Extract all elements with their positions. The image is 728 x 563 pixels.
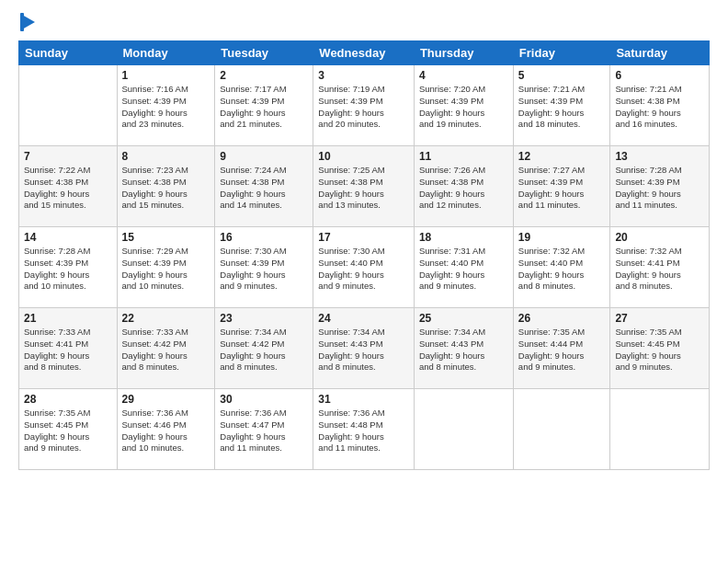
day-number: 23	[220, 312, 308, 325]
day-info: Sunrise: 7:22 AM Sunset: 4:38 PM Dayligh…	[24, 165, 112, 212]
calendar-cell: 30Sunrise: 7:36 AM Sunset: 4:47 PM Dayli…	[215, 389, 313, 470]
day-number: 28	[24, 393, 112, 406]
day-info: Sunrise: 7:33 AM Sunset: 4:41 PM Dayligh…	[24, 327, 112, 373]
calendar-cell: 17Sunrise: 7:30 AM Sunset: 4:40 PM Dayli…	[313, 227, 415, 308]
calendar-cell: 4Sunrise: 7:20 AM Sunset: 4:39 PM Daylig…	[414, 65, 513, 146]
calendar-week-row: 21Sunrise: 7:33 AM Sunset: 4:41 PM Dayli…	[19, 308, 710, 389]
day-info: Sunrise: 7:36 AM Sunset: 4:46 PM Dayligh…	[122, 408, 210, 454]
logo-text	[18, 17, 37, 31]
day-info: Sunrise: 7:33 AM Sunset: 4:42 PM Dayligh…	[122, 327, 210, 373]
day-info: Sunrise: 7:35 AM Sunset: 4:45 PM Dayligh…	[24, 408, 112, 454]
day-info: Sunrise: 7:27 AM Sunset: 4:39 PM Dayligh…	[518, 165, 606, 212]
day-number: 1	[122, 69, 210, 82]
day-info: Sunrise: 7:25 AM Sunset: 4:38 PM Dayligh…	[318, 165, 409, 212]
calendar-cell: 21Sunrise: 7:33 AM Sunset: 4:41 PM Dayli…	[19, 308, 118, 389]
calendar-cell: 24Sunrise: 7:34 AM Sunset: 4:43 PM Dayli…	[313, 308, 415, 389]
calendar-cell: 15Sunrise: 7:29 AM Sunset: 4:39 PM Dayli…	[117, 227, 215, 308]
calendar-header-cell: Wednesday	[313, 41, 415, 65]
calendar-cell: 26Sunrise: 7:35 AM Sunset: 4:44 PM Dayli…	[513, 308, 610, 389]
calendar-header-cell: Monday	[117, 41, 215, 65]
day-number: 4	[419, 69, 508, 82]
calendar-header-cell: Saturday	[610, 41, 710, 65]
calendar-cell: 12Sunrise: 7:27 AM Sunset: 4:39 PM Dayli…	[513, 146, 610, 227]
calendar-cell	[19, 65, 118, 146]
day-number: 8	[122, 150, 210, 163]
day-number: 9	[220, 150, 308, 163]
calendar-header-cell: Tuesday	[215, 41, 313, 65]
day-number: 25	[419, 312, 508, 325]
calendar-cell: 2Sunrise: 7:17 AM Sunset: 4:39 PM Daylig…	[215, 65, 313, 146]
day-number: 7	[24, 150, 112, 163]
calendar-week-row: 7Sunrise: 7:22 AM Sunset: 4:38 PM Daylig…	[19, 146, 710, 227]
calendar-cell: 31Sunrise: 7:36 AM Sunset: 4:48 PM Dayli…	[313, 389, 415, 470]
header	[18, 17, 710, 31]
day-info: Sunrise: 7:28 AM Sunset: 4:39 PM Dayligh…	[615, 165, 704, 212]
calendar-week-row: 1Sunrise: 7:16 AM Sunset: 4:39 PM Daylig…	[19, 65, 710, 146]
calendar-cell: 5Sunrise: 7:21 AM Sunset: 4:39 PM Daylig…	[513, 65, 610, 146]
logo	[18, 17, 37, 31]
calendar-cell: 9Sunrise: 7:24 AM Sunset: 4:38 PM Daylig…	[215, 146, 313, 227]
calendar-cell: 10Sunrise: 7:25 AM Sunset: 4:38 PM Dayli…	[313, 146, 415, 227]
day-number: 22	[122, 312, 210, 325]
day-number: 6	[615, 69, 704, 82]
calendar-cell	[414, 389, 513, 470]
day-info: Sunrise: 7:35 AM Sunset: 4:44 PM Dayligh…	[518, 327, 606, 373]
day-info: Sunrise: 7:34 AM Sunset: 4:43 PM Dayligh…	[318, 327, 409, 373]
day-info: Sunrise: 7:31 AM Sunset: 4:40 PM Dayligh…	[419, 246, 508, 293]
calendar-cell: 27Sunrise: 7:35 AM Sunset: 4:45 PM Dayli…	[610, 308, 710, 389]
calendar-cell: 28Sunrise: 7:35 AM Sunset: 4:45 PM Dayli…	[19, 389, 118, 470]
calendar-cell: 1Sunrise: 7:16 AM Sunset: 4:39 PM Daylig…	[117, 65, 215, 146]
calendar-cell: 13Sunrise: 7:28 AM Sunset: 4:39 PM Dayli…	[610, 146, 710, 227]
calendar-header-row: SundayMondayTuesdayWednesdayThursdayFrid…	[19, 41, 710, 65]
calendar-cell: 6Sunrise: 7:21 AM Sunset: 4:38 PM Daylig…	[610, 65, 710, 146]
calendar-cell: 29Sunrise: 7:36 AM Sunset: 4:46 PM Dayli…	[117, 389, 215, 470]
calendar-body: 1Sunrise: 7:16 AM Sunset: 4:39 PM Daylig…	[19, 65, 710, 470]
day-info: Sunrise: 7:29 AM Sunset: 4:39 PM Dayligh…	[122, 246, 210, 293]
day-info: Sunrise: 7:32 AM Sunset: 4:40 PM Dayligh…	[518, 246, 606, 293]
day-number: 20	[615, 231, 704, 244]
day-number: 2	[220, 69, 308, 82]
day-info: Sunrise: 7:19 AM Sunset: 4:39 PM Dayligh…	[318, 84, 409, 131]
calendar-cell: 20Sunrise: 7:32 AM Sunset: 4:41 PM Dayli…	[610, 227, 710, 308]
day-number: 24	[318, 312, 409, 325]
calendar-cell: 14Sunrise: 7:28 AM Sunset: 4:39 PM Dayli…	[19, 227, 118, 308]
calendar-cell	[610, 389, 710, 470]
day-info: Sunrise: 7:34 AM Sunset: 4:42 PM Dayligh…	[220, 327, 308, 373]
logo-icon	[20, 13, 37, 31]
day-info: Sunrise: 7:24 AM Sunset: 4:38 PM Dayligh…	[220, 165, 308, 212]
calendar: SundayMondayTuesdayWednesdayThursdayFrid…	[18, 40, 710, 470]
day-number: 16	[220, 231, 308, 244]
day-info: Sunrise: 7:30 AM Sunset: 4:39 PM Dayligh…	[220, 246, 308, 293]
calendar-cell: 18Sunrise: 7:31 AM Sunset: 4:40 PM Dayli…	[414, 227, 513, 308]
day-number: 3	[318, 69, 409, 82]
day-number: 10	[318, 150, 409, 163]
day-info: Sunrise: 7:21 AM Sunset: 4:39 PM Dayligh…	[518, 84, 606, 131]
svg-rect-1	[20, 13, 24, 31]
day-number: 31	[318, 393, 409, 406]
calendar-cell: 11Sunrise: 7:26 AM Sunset: 4:38 PM Dayli…	[414, 146, 513, 227]
day-number: 14	[24, 231, 112, 244]
calendar-cell: 7Sunrise: 7:22 AM Sunset: 4:38 PM Daylig…	[19, 146, 118, 227]
day-number: 18	[419, 231, 508, 244]
day-info: Sunrise: 7:21 AM Sunset: 4:38 PM Dayligh…	[615, 84, 704, 131]
day-number: 13	[615, 150, 704, 163]
day-number: 11	[419, 150, 508, 163]
day-number: 30	[220, 393, 308, 406]
day-number: 26	[518, 312, 606, 325]
calendar-week-row: 14Sunrise: 7:28 AM Sunset: 4:39 PM Dayli…	[19, 227, 710, 308]
day-number: 17	[318, 231, 409, 244]
day-info: Sunrise: 7:32 AM Sunset: 4:41 PM Dayligh…	[615, 246, 704, 293]
day-number: 21	[24, 312, 112, 325]
day-info: Sunrise: 7:20 AM Sunset: 4:39 PM Dayligh…	[419, 84, 508, 131]
page: SundayMondayTuesdayWednesdayThursdayFrid…	[0, 0, 728, 563]
day-info: Sunrise: 7:36 AM Sunset: 4:48 PM Dayligh…	[318, 408, 409, 454]
calendar-cell: 16Sunrise: 7:30 AM Sunset: 4:39 PM Dayli…	[215, 227, 313, 308]
calendar-cell: 23Sunrise: 7:34 AM Sunset: 4:42 PM Dayli…	[215, 308, 313, 389]
day-info: Sunrise: 7:28 AM Sunset: 4:39 PM Dayligh…	[24, 246, 112, 293]
day-info: Sunrise: 7:34 AM Sunset: 4:43 PM Dayligh…	[419, 327, 508, 373]
day-info: Sunrise: 7:35 AM Sunset: 4:45 PM Dayligh…	[615, 327, 704, 373]
calendar-cell: 22Sunrise: 7:33 AM Sunset: 4:42 PM Dayli…	[117, 308, 215, 389]
day-number: 5	[518, 69, 606, 82]
calendar-week-row: 28Sunrise: 7:35 AM Sunset: 4:45 PM Dayli…	[19, 389, 710, 470]
day-info: Sunrise: 7:30 AM Sunset: 4:40 PM Dayligh…	[318, 246, 409, 293]
